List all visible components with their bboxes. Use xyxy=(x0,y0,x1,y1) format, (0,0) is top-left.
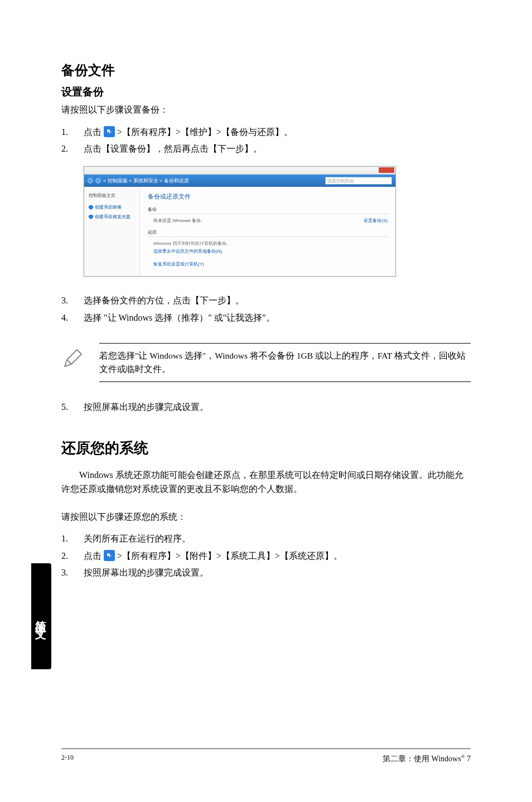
search-input: 搜索控制面板 xyxy=(325,177,392,185)
list-item: 1. 关闭所有正在运行的程序。 xyxy=(61,530,471,547)
breadcrumb-text: « 控制面板 » 系统和安全 » 备份和还原 xyxy=(103,177,189,185)
step-text-part: >【所有程序】>【附件】>【系统工具】>【系统还原】。 xyxy=(115,551,342,561)
setup-backup-link: 设置备份(S) xyxy=(362,218,388,224)
step-text: 点击【设置备份】，然后再点击【下一步】。 xyxy=(84,144,262,153)
registered-mark: ® xyxy=(461,753,465,759)
pencil-note-icon xyxy=(61,343,86,372)
page-footer: 2-10 第二章：使用 Windows® 7 xyxy=(61,748,471,764)
chapter-text: 第二章：使用 Windows xyxy=(383,755,461,763)
sidebar-title: 控制面板主页 xyxy=(89,192,135,199)
windows-start-icon xyxy=(104,550,115,561)
nav-back-icon xyxy=(88,178,93,183)
step-text: 关闭所有正在运行的程序。 xyxy=(84,534,191,543)
close-icon xyxy=(379,167,394,173)
main-panel: 备份或还原文件 备份 尚未设置 Windows 备份。 设置备份(S) 还原 W… xyxy=(140,187,395,276)
step-text-part: 点击 xyxy=(84,551,104,561)
step-text: 按照屏幕出现的步骤完成设置。 xyxy=(84,402,209,412)
list-item: 4. 选择 "让 Windows 选择（推荐）" 或"让我选择"。 xyxy=(61,310,471,326)
restore-steps-list: 1. 关闭所有正在运行的程序。 2. 点击 >【所有程序】>【附件】>【系统工具… xyxy=(61,530,471,581)
recover-system-link: 恢复系统设置或计算机(Y) xyxy=(148,261,388,267)
heading-restore-system: 还原您的系统 xyxy=(61,438,471,458)
step-number: 1. xyxy=(61,530,68,547)
sidebar-link: 创建系统修复光盘 xyxy=(89,214,135,220)
chapter-text-suffix: 7 xyxy=(465,755,471,763)
step-number: 2. xyxy=(61,141,68,157)
breadcrumb-bar: « 控制面板 » 系统和安全 » 备份和还原 搜索控制面板 xyxy=(84,175,395,187)
sidebar-link-label: 创建系统修复光盘 xyxy=(95,214,130,220)
chapter-label: 第二章：使用 Windows® 7 xyxy=(383,753,471,764)
list-item: 3. 选择备份文件的方位，点击【下一步】。 xyxy=(61,292,471,309)
heading-backup-files: 备份文件 xyxy=(61,61,471,79)
section-label: 备份 xyxy=(148,206,388,212)
step-number: 4. xyxy=(61,310,68,326)
step-text-part: 点击 xyxy=(84,127,104,137)
backup-intro-text: 请按照以下步骤设置备份： xyxy=(61,103,471,117)
nav-forward-icon xyxy=(95,178,101,183)
restore-intro-text: 请按照以下步骤还原您的系统： xyxy=(61,510,471,524)
backup-status-row: 尚未设置 Windows 备份。 设置备份(S) xyxy=(148,218,388,224)
list-item: 5. 按照屏幕出现的步骤完成设置。 xyxy=(61,399,471,416)
step-number: 1. xyxy=(61,124,68,141)
sidebar-link-label: 创建系统映像 xyxy=(95,204,122,210)
restore-desc-text: Windows 找不到针对此计算机的备份。 xyxy=(148,240,388,247)
step-number: 2. xyxy=(61,548,68,564)
list-item: 2. 点击 >【所有程序】>【附件】>【系统工具】>【系统还原】。 xyxy=(61,548,471,564)
embedded-screenshot: « 控制面板 » 系统和安全 » 备份和还原 搜索控制面板 控制面板主页 创建系… xyxy=(84,166,396,277)
note-block: 若您选择"让 Windows 选择"，Windows 将不会备份 1GB 或以上… xyxy=(61,343,471,382)
step-number: 5. xyxy=(61,399,68,416)
language-side-tab: 简体中文 xyxy=(31,563,51,669)
window-titlebar xyxy=(84,167,395,175)
backup-restore-window: « 控制面板 » 系统和安全 » 备份和还原 搜索控制面板 控制面板主页 创建系… xyxy=(84,166,396,277)
document-page: 备份文件 设置备份 请按照以下步骤设置备份： 1. 点击 >【所有程序】>【维护… xyxy=(0,0,532,582)
step-text: 选择备份文件的方位，点击【下一步】。 xyxy=(84,296,244,305)
page-number: 2-10 xyxy=(61,753,74,764)
backup-steps-list-final: 5. 按照屏幕出现的步骤完成设置。 xyxy=(61,399,471,416)
list-item: 2. 点击【设置备份】，然后再点击【下一步】。 xyxy=(61,141,471,157)
list-item: 1. 点击 >【所有程序】>【维护】>【备份与还原】。 xyxy=(61,124,471,141)
step-number: 3. xyxy=(61,292,68,309)
search-placeholder: 搜索控制面板 xyxy=(327,178,354,184)
sidebar-link: 创建系统映像 xyxy=(89,204,135,210)
restore-description: Windows 系统还原功能可能会创建还原点，在那里系统可以在特定时间或日期存储… xyxy=(61,468,471,496)
section-label: 还原 xyxy=(148,229,388,235)
status-text: 尚未设置 Windows 备份。 xyxy=(153,218,205,224)
shield-icon xyxy=(89,214,93,219)
backup-steps-list: 1. 点击 >【所有程序】>【维护】>【备份与还原】。 2. 点击【设置备份】，… xyxy=(61,124,471,158)
step-number: 3. xyxy=(61,564,68,581)
action-label: 设置备份(S) xyxy=(364,218,388,224)
step-text-part: >【所有程序】>【维护】>【备份与还原】。 xyxy=(115,127,293,137)
list-item: 3. 按照屏幕出现的步骤完成设置。 xyxy=(61,564,471,581)
heading-setup-backup: 设置备份 xyxy=(61,85,471,99)
window-body: 控制面板主页 创建系统映像 创建系统修复光盘 备份或还原文件 备份 尚未设置 W… xyxy=(84,187,395,276)
divider xyxy=(148,214,388,214)
choose-other-backup-link: 选择要从中还原文件的其他备份(N) xyxy=(148,248,388,254)
main-title: 备份或还原文件 xyxy=(148,192,388,201)
step-text: 按照屏幕出现的步骤完成设置。 xyxy=(84,568,209,577)
backup-steps-list-continued: 3. 选择备份文件的方位，点击【下一步】。 4. 选择 "让 Windows 选… xyxy=(61,292,471,326)
divider xyxy=(148,236,388,237)
step-text: 选择 "让 Windows 选择（推荐）" 或"让我选择"。 xyxy=(84,313,275,322)
shield-icon xyxy=(89,205,93,210)
windows-start-icon xyxy=(104,126,115,137)
sidebar: 控制面板主页 创建系统映像 创建系统修复光盘 xyxy=(84,187,140,276)
note-text: 若您选择"让 Windows 选择"，Windows 将不会备份 1GB 或以上… xyxy=(99,343,471,382)
